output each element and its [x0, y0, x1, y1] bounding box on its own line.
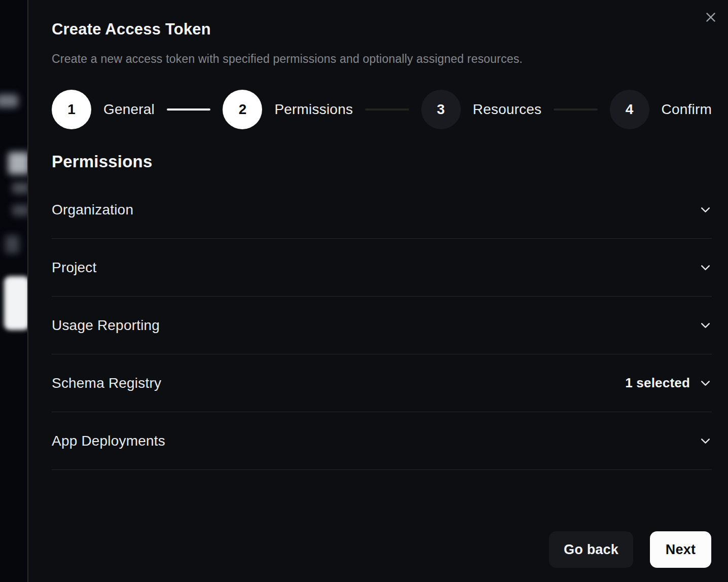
close-button[interactable]: [703, 9, 719, 25]
step-number-circle: 4: [610, 90, 649, 129]
blurred-page-text: [12, 183, 27, 194]
underlying-page-strip: [0, 0, 27, 582]
accordion-organization[interactable]: Organization: [52, 181, 712, 239]
step-number-circle: 2: [223, 90, 262, 129]
next-button[interactable]: Next: [650, 531, 711, 568]
accordion-label: Usage Reporting: [52, 317, 160, 334]
modal-title: Create Access Token: [52, 20, 712, 39]
modal-subtitle: Create a new access token with specified…: [52, 52, 712, 66]
stepper: 1 General 2 Permissions 3 Resources 4 Co…: [52, 90, 712, 129]
step-general[interactable]: 1 General: [52, 90, 155, 129]
blurred-page-icon: [5, 235, 19, 253]
step-label: Permissions: [274, 101, 353, 118]
chevron-down-icon: [699, 319, 712, 332]
chevron-down-icon: [699, 261, 712, 274]
create-access-token-modal: Create Access Token Create a new access …: [27, 0, 728, 582]
step-resources[interactable]: 3 Resources: [421, 90, 542, 129]
stepper-connector: [365, 108, 409, 111]
modal-footer: Go back Next: [549, 531, 711, 568]
accordion-project[interactable]: Project: [52, 239, 712, 297]
step-number-circle: 3: [421, 90, 461, 129]
chevron-down-icon: [699, 203, 712, 216]
blurred-white-button: [4, 276, 27, 330]
step-number-circle: 1: [52, 90, 91, 129]
step-label: Confirm: [662, 101, 712, 118]
blurred-page-text: [12, 205, 27, 216]
accordion-label: Project: [52, 260, 97, 276]
close-icon: [704, 11, 717, 24]
step-confirm[interactable]: 4 Confirm: [610, 90, 712, 129]
step-permissions[interactable]: 2 Permissions: [223, 90, 353, 129]
step-label: Resources: [473, 101, 542, 118]
stepper-connector: [167, 108, 210, 111]
blurred-nav-text: [0, 94, 18, 107]
permissions-accordion-list: Organization Project Usage Reporting: [52, 181, 712, 470]
chevron-down-icon: [699, 434, 712, 447]
go-back-button[interactable]: Go back: [549, 531, 633, 568]
permissions-heading: Permissions: [52, 152, 712, 171]
accordion-label: Organization: [52, 202, 133, 218]
accordion-label: Schema Registry: [52, 375, 161, 391]
step-label: General: [103, 101, 155, 118]
stepper-connector: [554, 108, 597, 111]
selected-count-badge: 1 selected: [625, 375, 690, 391]
accordion-usage-reporting[interactable]: Usage Reporting: [52, 297, 712, 354]
chevron-down-icon: [699, 377, 712, 389]
accordion-schema-registry[interactable]: Schema Registry 1 selected: [52, 354, 712, 412]
accordion-label: App Deployments: [52, 433, 165, 449]
accordion-app-deployments[interactable]: App Deployments: [52, 412, 712, 470]
blurred-page-heading: [8, 152, 27, 174]
